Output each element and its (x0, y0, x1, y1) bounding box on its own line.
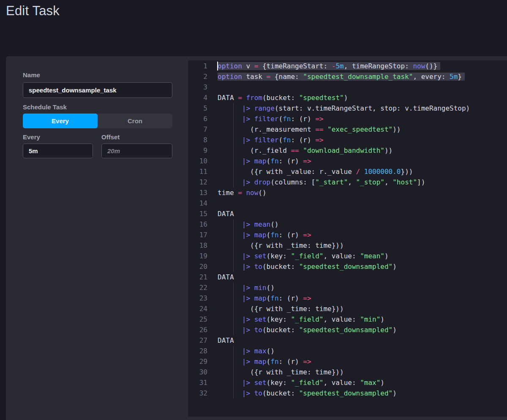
token-fn: |> (242, 358, 250, 366)
code-line[interactable]: 26 |> to(bucket: "speedtest_downsampled"… (188, 325, 507, 335)
code-line-content[interactable]: ({r with _value: r._value / 1000000.0})) (214, 166, 507, 177)
code-line[interactable]: 20 |> to(bucket: "speedtest_downsampled"… (188, 261, 507, 272)
code-line-content[interactable]: DATA (214, 335, 507, 346)
name-input[interactable] (23, 82, 172, 98)
token-op: = (238, 189, 242, 197)
code-line[interactable]: 32 |> to(bucket: "speedtest_downsampled"… (188, 388, 507, 398)
code-line[interactable]: 23 |> map(fn: (r) => (188, 293, 507, 303)
offset-input[interactable] (101, 144, 172, 158)
indent-guide (233, 303, 234, 314)
token-str: "speedtest_downsampled" (299, 326, 393, 334)
token-fn: to (254, 389, 262, 397)
token-pln: ) (344, 94, 348, 102)
code-line-content[interactable]: |> set(key: "_field", value: "min") (214, 314, 507, 325)
code-line[interactable]: 12 |> drop(columns: ["_start", "_stop", … (188, 177, 507, 187)
code-line[interactable]: 11 ({r with _value: r._value / 1000000.0… (188, 166, 507, 177)
code-line-content[interactable]: |> to(bucket: "speedtest_downsampled") (214, 388, 507, 398)
flux-editor[interactable]: 1option v = {timeRangeStart: -5m, timeRa… (188, 60, 507, 417)
code-line[interactable]: 19 |> set(key: "_field", value: "mean") (188, 251, 507, 261)
token-pln (250, 326, 254, 334)
token-fn: |> (242, 231, 250, 239)
code-line-content[interactable]: option task = {name: "speedtest_downsamp… (214, 71, 507, 82)
token-str: "download_bandwidth" (303, 146, 384, 154)
every-input[interactable] (23, 144, 93, 158)
code-line[interactable]: 14 (188, 198, 507, 209)
code-line[interactable]: 1option v = {timeRangeStart: -5m, timeRa… (188, 61, 507, 71)
indent-guide (233, 346, 234, 356)
code-line-content[interactable]: time = now() (214, 187, 507, 198)
code-line[interactable]: 22 |> min() (188, 282, 507, 293)
code-line-content[interactable]: |> set(key: "_field", value: "mean") (214, 251, 507, 261)
code-line-content[interactable]: DATA (214, 272, 507, 282)
every-toggle-button[interactable]: Every (23, 114, 98, 128)
code-line-content[interactable]: |> map(fn: (r) => (214, 293, 507, 303)
code-line[interactable]: 8 |> filter(fn: (r) => (188, 135, 507, 145)
code-line[interactable]: 3 (188, 82, 507, 92)
code-line-content[interactable]: ({r with _time: time})) (214, 303, 507, 314)
token-fn: mean (254, 220, 271, 228)
code-line-content[interactable]: (r._measurement == "exec_speedtest")) (214, 124, 507, 135)
token-str: "_start" (315, 178, 348, 186)
code-line[interactable]: 5 |> range(start: v.timeRangeStart, stop… (188, 103, 507, 114)
code-line-content[interactable]: |> filter(fn: (r) => (214, 114, 507, 124)
code-line[interactable]: 10 |> map(fn: (r) => (188, 156, 507, 166)
token-pln: , value: (323, 379, 360, 387)
code-line-content[interactable]: ({r with _time: time})) (214, 367, 507, 377)
code-line-content[interactable]: option v = {timeRangeStart: -5m, timeRan… (214, 61, 507, 71)
code-line[interactable]: 31 |> set(key: "_field", value: "max") (188, 377, 507, 388)
code-line-content[interactable]: |> map(fn: (r) => (214, 230, 507, 240)
code-line[interactable]: 7 (r._measurement == "exec_speedtest")) (188, 124, 507, 135)
token-pln: ( (267, 358, 271, 366)
token-pln (250, 104, 254, 112)
cron-toggle-button[interactable]: Cron (98, 114, 172, 128)
code-line[interactable]: 9 (r._field == "download_bandwidth")) (188, 145, 507, 156)
code-line[interactable]: 21DATA (188, 272, 507, 282)
code-line[interactable]: 27DATA (188, 335, 507, 346)
code-line[interactable]: 4DATA = from(bucket: "speedtest") (188, 92, 507, 103)
token-fn: |> (242, 347, 250, 355)
code-line[interactable]: 25 |> set(key: "_field", value: "min") (188, 314, 507, 325)
code-line[interactable]: 17 |> map(fn: (r) => (188, 230, 507, 240)
code-line-content[interactable]: |> range(start: v.timeRangeStart, stop: … (214, 103, 507, 114)
token-par: fn (283, 136, 291, 144)
code-line[interactable]: 18 ({r with _time: time})) (188, 240, 507, 251)
token-fn: map (254, 358, 267, 366)
token-fn: min (254, 284, 267, 292)
code-line[interactable]: 28 |> max() (188, 346, 507, 356)
code-line[interactable]: 2option task = {name: "speedtest_downsam… (188, 71, 507, 82)
code-line[interactable]: 29 |> map(fn: (r) => (188, 356, 507, 367)
code-line-content[interactable]: |> to(bucket: "speedtest_downsampled") (214, 325, 507, 335)
code-line[interactable]: 13time = now() (188, 187, 507, 198)
code-line-content[interactable]: |> set(key: "_field", value: "max") (214, 377, 507, 388)
code-line-content[interactable]: |> filter(fn: (r) => (214, 135, 507, 145)
code-line-content[interactable]: DATA = from(bucket: "speedtest") (214, 92, 507, 103)
code-line-content[interactable]: |> max() (214, 346, 507, 356)
token-pln: (r._measurement (218, 125, 315, 133)
code-line-content[interactable]: (r._field == "download_bandwidth")) (214, 145, 507, 156)
token-pln: DATA (218, 94, 238, 102)
code-line-content[interactable]: |> map(fn: (r) => (214, 156, 507, 166)
code-line-content[interactable]: |> mean() (214, 219, 507, 230)
code-line[interactable]: 16 |> mean() (188, 219, 507, 230)
code-line-content[interactable]: |> map(fn: (r) => (214, 356, 507, 367)
code-line-content[interactable]: |> min() (214, 282, 507, 293)
code-line[interactable]: 15DATA (188, 209, 507, 219)
code-line-content[interactable]: ({r with _time: time})) (214, 240, 507, 251)
code-line-content[interactable]: |> to(bucket: "speedtest_downsampled") (214, 261, 507, 272)
line-number: 18 (188, 240, 214, 251)
token-op: == (315, 125, 323, 133)
token-pln (250, 347, 254, 355)
indent-guide (233, 377, 234, 388)
token-par: fn (283, 115, 291, 123)
code-line-content[interactable] (214, 198, 507, 209)
token-pln: ) (380, 379, 384, 387)
code-line[interactable]: 30 ({r with _time: time})) (188, 367, 507, 377)
code-line-content[interactable]: DATA (214, 209, 507, 219)
code-line[interactable]: 24 ({r with _time: time})) (188, 303, 507, 314)
token-str: "min" (360, 315, 380, 323)
indent-guide (233, 367, 234, 377)
code-line-content[interactable] (214, 82, 507, 92)
token-pln: : (r) (279, 157, 303, 165)
code-line-content[interactable]: |> drop(columns: ["_start", "_stop", "ho… (214, 177, 507, 187)
code-line[interactable]: 6 |> filter(fn: (r) => (188, 114, 507, 124)
